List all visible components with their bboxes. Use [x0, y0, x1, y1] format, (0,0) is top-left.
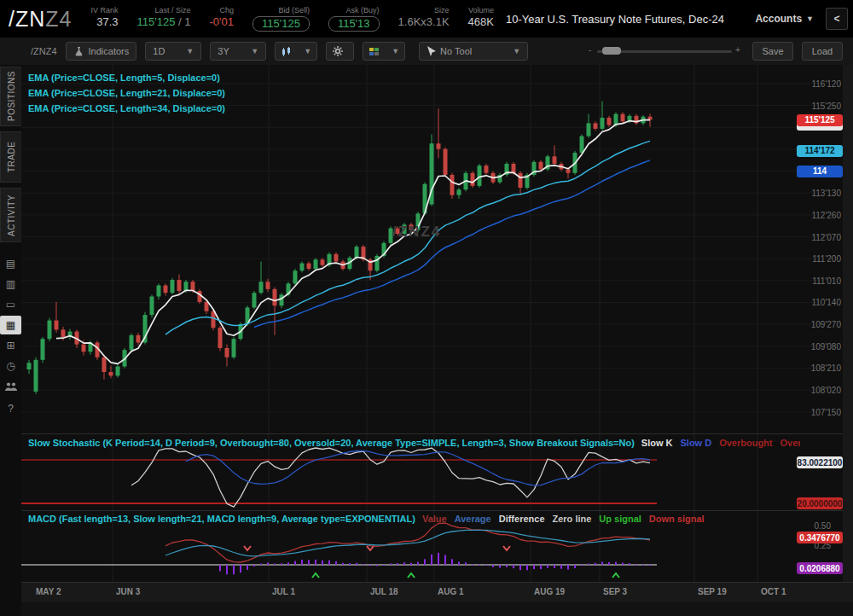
quote-field-last-size: Last / Size115'125 / 1	[136, 6, 190, 32]
chart-style-button[interactable]: ▼	[363, 42, 405, 61]
field-label: Ask (Buy)	[346, 6, 380, 15]
range-select[interactable]: 3Y▼	[210, 42, 266, 61]
community-icon[interactable]	[0, 377, 21, 396]
flask-icon	[73, 46, 84, 57]
drawing-tool-select[interactable]: No Tool ▼	[419, 42, 528, 61]
bottom-strip	[21, 601, 853, 616]
price-axis-label: 109'270	[811, 320, 841, 329]
chart-type-button[interactable]: ▼	[275, 42, 317, 61]
instrument-description: 10-Year U.S. Treasury Note Futures, Dec-…	[506, 13, 724, 26]
stoch-legend-oversold: Oversold	[780, 438, 800, 448]
panel-divider[interactable]	[21, 510, 853, 511]
zoom-slider[interactable]: - +	[589, 49, 742, 54]
gear-icon	[332, 45, 344, 57]
chevron-down-icon: ▼	[392, 47, 399, 55]
chart-canvas[interactable]	[21, 65, 853, 582]
sidebar-tab-trade[interactable]: TRADE	[0, 131, 21, 183]
quote-field-volume: Volume468K	[468, 6, 494, 32]
price-axis-label: 110'140	[811, 298, 841, 307]
macd-difference-badge: 0.0206880	[797, 562, 843, 574]
quote-field-iv-rank: IV Rank37.3	[90, 6, 118, 32]
header-right: Accounts▼ <	[755, 8, 853, 30]
price-axis-label: 112'070	[811, 233, 841, 242]
cursor-icon	[426, 46, 436, 57]
ema-study-label[interactable]: EMA (Price=CLOSE, Length=5, Displace=0)	[28, 70, 225, 85]
price-axis[interactable]: 116'120115'250113'130112'260112'070111'2…	[793, 65, 853, 433]
field-value: 37.3	[96, 15, 118, 29]
time-axis-label: JUN 3	[116, 587, 140, 596]
price-axis-label: 111'010	[812, 276, 841, 286]
field-label: Last / Size	[154, 6, 190, 15]
price-axis-label: 111'200	[812, 254, 841, 264]
price-axis-label: 107'150	[811, 408, 841, 417]
panel-divider[interactable]	[21, 433, 853, 434]
stoch-oversold-badge: 20.0000000	[797, 497, 843, 509]
news-icon[interactable]: ▤	[0, 254, 21, 273]
zoom-slider-handle[interactable]	[602, 47, 621, 55]
chevron-down-icon: ▼	[806, 15, 814, 23]
stoch-study-label[interactable]: Slow Stochastic (K Period=14, D Period=9…	[28, 438, 635, 448]
price-badge: 114'172	[797, 145, 843, 157]
save-button[interactable]: Save	[752, 42, 793, 61]
sidebar-tab-positions[interactable]: POSITIONS	[0, 67, 21, 126]
list-icon[interactable]: ▥	[0, 275, 21, 293]
time-axis-label: MAY 2	[36, 587, 61, 596]
watermark: /ZNZ4	[392, 224, 441, 241]
load-button[interactable]: Load	[802, 42, 843, 61]
clock-icon[interactable]: ◷	[0, 357, 21, 375]
quote-field-ask-buy-[interactable]: Ask (Buy)115'13	[328, 6, 380, 32]
field-label: Volume	[468, 6, 494, 15]
field-value: 1.6Kx3.1K	[398, 15, 450, 29]
left-gadget-sidebar: POSITIONSTRADEACTIVITY▤▥▭▦⊞◷?	[0, 65, 22, 616]
stoch-legend-slow-d: Slow D	[681, 438, 712, 448]
trading-platform-window: /ZNZ4 IV Rank37.3Last / Size115'125 / 1C…	[0, 0, 853, 616]
price-axis-label: 108'020	[811, 386, 841, 395]
macd-legend-zero-line: Zero line	[553, 514, 592, 524]
macd-legend-up-signal: Up signal	[599, 514, 641, 524]
time-axis-label: AUG 19	[534, 587, 565, 596]
macd-value-badge: 0.3476770	[797, 532, 843, 543]
quote-fields: IV Rank37.3Last / Size115'125 / 1Chg-0'0…	[72, 6, 493, 32]
quote-field-size: Size1.6Kx3.1K	[398, 6, 450, 32]
chart-settings-button[interactable]	[326, 42, 354, 61]
quote-field-bid-sell-[interactable]: Bid (Sell)115'125	[252, 6, 310, 32]
price-axis-label: 112'260	[811, 211, 841, 220]
quote-header: /ZNZ4 IV Rank37.3Last / Size115'125 / 1C…	[0, 0, 853, 38]
indicators-button[interactable]: Indicators	[66, 42, 137, 61]
field-label: IV Rank	[90, 6, 118, 15]
sidebar-tab-activity[interactable]: ACTIVITY	[0, 188, 21, 242]
grid-icon[interactable]: ⊞	[0, 336, 21, 355]
help-icon[interactable]: ?	[0, 399, 21, 418]
stochastic-label-row: Slow Stochastic (K Period=14, D Period=9…	[28, 438, 800, 448]
pattern-icon[interactable]: ▦	[0, 316, 21, 334]
field-label: Chg	[219, 6, 234, 15]
candlestick-chart-icon	[281, 46, 293, 57]
collapse-panel-button[interactable]: <	[826, 8, 848, 30]
time-axis[interactable]: MAY 2JUN 3JUL 1JUL 18AUG 1AUG 19SEP 3SEP…	[21, 582, 853, 602]
chart-toolbar: /ZNZ4 Indicators 1D▼ 3Y▼ ▼ ▼ No Tool ▼ -…	[0, 38, 853, 66]
ema-study-label[interactable]: EMA (Price=CLOSE, Length=21, Displace=0)	[28, 85, 225, 101]
toolbar-symbol: /ZNZ4	[31, 46, 57, 56]
field-value[interactable]: 115'125	[252, 16, 310, 32]
price-badge: 115'125	[797, 114, 843, 126]
ema-study-label[interactable]: EMA (Price=CLOSE, Length=34, Displace=0)	[28, 101, 225, 116]
price-axis-label: 115'250	[811, 102, 841, 111]
field-value: -0'01	[209, 15, 234, 29]
time-axis-label: SEP 3	[603, 587, 627, 596]
timeframe-select[interactable]: 1D▼	[145, 42, 201, 61]
quote-field-chg: Chg-0'01	[209, 6, 234, 32]
zoom-out-icon[interactable]: -	[589, 45, 591, 55]
symbol-main: /ZN	[9, 7, 45, 31]
chevron-down-icon: ▼	[513, 47, 520, 55]
field-value: 115'125 / 1	[136, 15, 190, 29]
macd-label-row: MACD (Fast length=13, Slow length=21, MA…	[28, 514, 800, 524]
field-value[interactable]: 115'13	[328, 16, 380, 32]
zoom-in-icon[interactable]: +	[735, 45, 740, 55]
field-label: Size	[434, 6, 450, 15]
macd-study-label[interactable]: MACD (Fast length=13, Slow length=21, MA…	[28, 514, 415, 524]
stoch-k-badge: 83.0022100	[797, 456, 843, 468]
field-value-suffix: / 1	[175, 15, 190, 28]
symbol-suffix: Z4	[45, 7, 72, 31]
monitor-icon[interactable]: ▭	[0, 295, 21, 314]
accounts-menu[interactable]: Accounts▼	[755, 13, 814, 25]
